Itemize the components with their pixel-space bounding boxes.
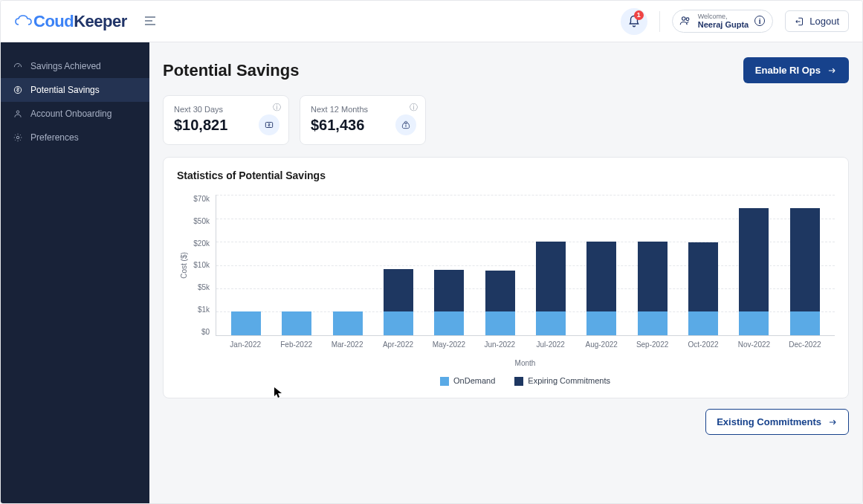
chart-legend: OnDemand Expiring Commitments (216, 372, 835, 392)
bar-segment-expiring (688, 242, 718, 311)
bar-segment-ondemand (282, 311, 311, 335)
app-root: CoudKeeper 1 Welcome, Neeraj Gupta i Log… (0, 0, 863, 504)
x-axis: Jan-2022Feb-2022Mar-2022Apr-2022May-2022… (216, 336, 835, 349)
user-menu[interactable]: Welcome, Neeraj Gupta i (672, 10, 773, 33)
sidebar-item-account-onboarding[interactable]: Account Onboarding (1, 102, 149, 126)
bar-segment-expiring (485, 271, 515, 311)
bar-group (627, 195, 678, 335)
svg-point-3 (16, 111, 19, 114)
bar-group (373, 195, 424, 335)
logo-text-suffix: Keeper (74, 12, 127, 31)
bar-segment-ondemand (688, 311, 718, 335)
notification-badge: 1 (634, 10, 644, 20)
button-label: Enable RI Ops (755, 65, 821, 76)
sidebar-item-savings-achieved[interactable]: Savings Achieved (1, 54, 149, 78)
info-icon[interactable]: ⓘ (273, 102, 281, 113)
y-tick: $70k (193, 195, 210, 203)
logo: CoudKeeper (14, 12, 127, 31)
cloud-icon (14, 14, 33, 29)
welcome-label: Welcome, (698, 13, 749, 21)
legend-item-expiring: Expiring Commitments (514, 376, 610, 386)
onboarding-icon (13, 109, 23, 119)
notifications-button[interactable]: 1 (621, 8, 647, 35)
sidebar: Savings Achieved Potential Savings Accou… (1, 42, 149, 503)
y-axis: Cost ($) $70k $50k $20k $10k $5k $1k $0 (177, 195, 216, 336)
sidebar-item-label: Preferences (30, 132, 79, 143)
x-tick-label: May-2022 (424, 340, 474, 349)
user-name: Neeraj Gupta (698, 20, 749, 29)
bar-group (576, 195, 627, 335)
bar-segment-expiring (384, 269, 413, 311)
bar-segment-ondemand (536, 311, 566, 335)
y-axis-label: Cost ($) (180, 252, 188, 279)
chart-panel: Statistics of Potential Savings Cost ($)… (163, 157, 849, 398)
bar-group (323, 195, 373, 335)
bar-segment-ondemand (485, 311, 515, 335)
bar-segment-ondemand (638, 311, 668, 335)
stat-card-next-30-days: ⓘ Next 30 Days $10,821 (163, 95, 289, 145)
x-tick-label: Dec-2022 (780, 340, 830, 349)
bar-segment-expiring (739, 208, 769, 311)
logout-label: Logout (809, 16, 839, 27)
y-tick: $20k (193, 239, 210, 248)
chart-plot (216, 195, 835, 336)
logout-button[interactable]: Logout (785, 10, 849, 32)
logo-text-mid: oud (45, 12, 74, 31)
x-tick-label: Sep-2022 (627, 340, 677, 349)
x-tick-label: Oct-2022 (678, 340, 728, 349)
enable-ri-ops-button[interactable]: Enable RI Ops (743, 57, 849, 83)
info-icon[interactable]: i (754, 16, 765, 26)
legend-item-ondemand: OnDemand (440, 376, 495, 386)
y-tick: $0 (201, 328, 210, 336)
bar-group (424, 195, 474, 335)
sidebar-item-potential-savings[interactable]: Potential Savings (1, 78, 149, 102)
sidebar-item-preferences[interactable]: Preferences (1, 126, 149, 149)
bar-group (475, 195, 526, 335)
sidebar-item-label: Potential Savings (30, 85, 100, 95)
y-tick: $5k (198, 283, 210, 291)
chart-title: Statistics of Potential Savings (177, 169, 835, 181)
bar-segment-expiring (586, 242, 616, 311)
bar-group (728, 195, 779, 335)
bar-group (221, 195, 271, 335)
arrow-right-icon (827, 417, 838, 427)
bar-segment-ondemand (231, 311, 261, 335)
gear-icon (13, 132, 23, 143)
bar-segment-expiring (536, 242, 566, 311)
stat-card-next-12-months: ⓘ Next 12 Months $61,436 (300, 95, 426, 145)
existing-commitments-button[interactable]: Existing Commitments (705, 409, 849, 435)
bag-icon (395, 114, 416, 135)
money-icon (13, 85, 23, 95)
bar-group (678, 195, 728, 335)
divider (659, 11, 660, 32)
info-icon[interactable]: ⓘ (410, 102, 418, 113)
logo-text-prefix: C (33, 12, 45, 31)
x-tick-label: Apr-2022 (372, 340, 423, 349)
x-tick-label: Feb-2022 (271, 340, 321, 349)
bar-segment-ondemand (384, 311, 413, 335)
svg-point-0 (682, 17, 685, 21)
arrow-right-icon (827, 65, 837, 76)
x-tick-label: Jan-2022 (220, 340, 271, 349)
gauge-icon (13, 61, 23, 71)
bar-segment-ondemand (790, 311, 820, 335)
bar-segment-ondemand (333, 311, 363, 335)
page-title: Potential Savings (163, 61, 299, 80)
x-axis-label: Month (216, 349, 835, 372)
svg-point-4 (16, 136, 19, 139)
bar-segment-expiring (434, 270, 464, 311)
sidebar-toggle-icon[interactable] (139, 10, 163, 32)
sidebar-item-label: Account Onboarding (30, 109, 111, 119)
bar-segment-ondemand (586, 311, 616, 335)
bar-group (526, 195, 576, 335)
bar-group (271, 195, 322, 335)
header: CoudKeeper 1 Welcome, Neeraj Gupta i Log… (1, 1, 862, 42)
stat-label: Next 12 Months (311, 105, 415, 114)
svg-point-1 (686, 18, 689, 21)
sidebar-item-label: Savings Achieved (30, 61, 101, 71)
bar-segment-ondemand (739, 311, 769, 335)
x-tick-label: Jun-2022 (474, 340, 525, 349)
button-label: Existing Commitments (717, 416, 821, 427)
y-tick: $50k (193, 217, 210, 225)
logout-icon (795, 16, 805, 27)
